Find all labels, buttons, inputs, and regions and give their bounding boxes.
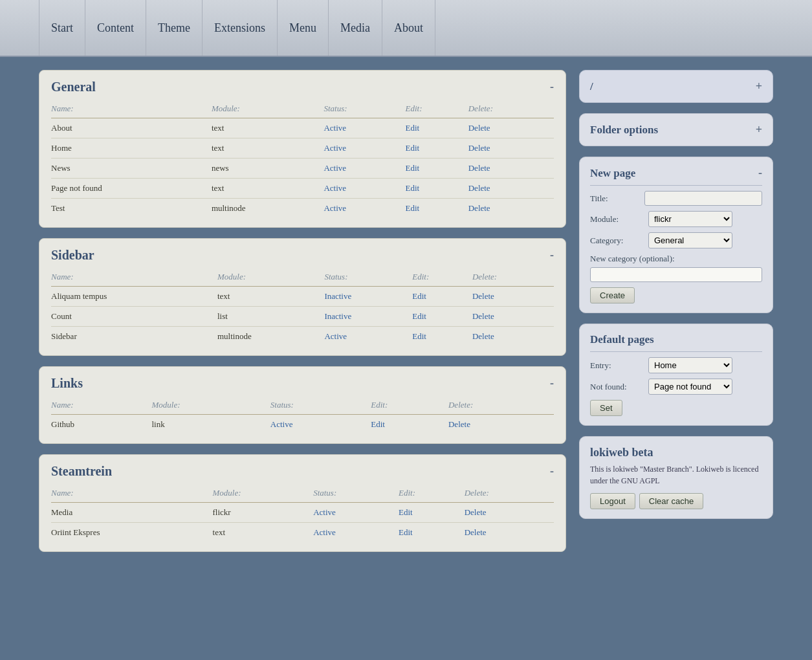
edit-link[interactable]: Edit <box>371 419 385 429</box>
create-button[interactable]: Create <box>590 287 635 303</box>
row-delete[interactable]: Delete <box>465 503 554 523</box>
row-delete[interactable]: Delete <box>448 415 554 435</box>
folder-options-title: Folder options <box>590 124 658 137</box>
nav-item-extensions[interactable]: Extensions <box>203 0 278 56</box>
logout-button[interactable]: Logout <box>590 493 635 509</box>
right-column: / + Folder options + New page - Title: M… <box>579 70 773 552</box>
row-name: Page not found <box>51 179 212 199</box>
slash-toggle[interactable]: + <box>756 80 762 93</box>
general-toggle[interactable]: - <box>550 80 554 94</box>
row-edit[interactable]: Edit <box>412 287 472 307</box>
edit-link[interactable]: Edit <box>399 527 413 537</box>
edit-link[interactable]: Edit <box>412 291 426 301</box>
nav-item-theme[interactable]: Theme <box>146 0 203 56</box>
delete-link[interactable]: Delete <box>472 311 494 321</box>
set-button[interactable]: Set <box>590 400 622 416</box>
default-pages-header: Default pages <box>590 333 762 346</box>
folder-options-toggle[interactable]: + <box>756 123 762 137</box>
row-edit[interactable]: Edit <box>399 503 465 523</box>
row-delete[interactable]: Delete <box>468 118 554 138</box>
edit-link[interactable]: Edit <box>406 163 420 173</box>
steamtrein-table: Name: Module: Status: Edit: Delete: Medi… <box>51 485 554 542</box>
not-found-select[interactable]: Page not found Home About <box>648 379 732 395</box>
links-col-name: Name: <box>51 397 151 415</box>
row-delete[interactable]: Delete <box>472 287 554 307</box>
row-name: News <box>51 159 212 179</box>
delete-link[interactable]: Delete <box>468 143 490 153</box>
row-edit[interactable]: Edit <box>406 199 468 219</box>
row-delete[interactable]: Delete <box>468 199 554 219</box>
row-edit[interactable]: Edit <box>406 118 468 138</box>
general-col-delete: Delete: <box>468 101 554 118</box>
edit-link[interactable]: Edit <box>406 203 420 213</box>
steamtrein-col-delete: Delete: <box>465 485 554 503</box>
row-edit[interactable]: Edit <box>412 327 472 347</box>
links-card-header: Links - <box>51 376 554 391</box>
row-edit[interactable]: Edit <box>371 415 448 435</box>
row-module: text <box>217 287 324 307</box>
new-page-toggle[interactable]: - <box>758 166 762 180</box>
nav-item-about[interactable]: About <box>382 0 435 56</box>
row-delete[interactable]: Delete <box>468 159 554 179</box>
table-row: Page not found text Active Edit Delete <box>51 179 554 199</box>
row-delete[interactable]: Delete <box>468 138 554 159</box>
table-row: Sidebar multinode Active Edit Delete <box>51 327 554 347</box>
edit-link[interactable]: Edit <box>406 123 420 133</box>
lokiweb-buttons: Logout Clear cache <box>590 493 762 509</box>
nav-item-content[interactable]: Content <box>85 0 146 56</box>
title-input[interactable] <box>644 191 762 206</box>
category-select[interactable]: General Sidebar Links Steamtrein <box>648 232 732 248</box>
row-delete[interactable]: Delete <box>472 307 554 327</box>
edit-link[interactable]: Edit <box>406 183 420 193</box>
new-category-section: New category (optional): <box>590 254 762 287</box>
table-row: About text Active Edit Delete <box>51 118 554 138</box>
row-edit[interactable]: Edit <box>399 523 465 543</box>
entry-select[interactable]: Home About News Test <box>648 357 732 373</box>
row-status: Active <box>324 118 405 138</box>
delete-link[interactable]: Delete <box>472 291 494 301</box>
table-row: Test multinode Active Edit Delete <box>51 199 554 219</box>
links-title: Links <box>51 376 83 391</box>
links-toggle[interactable]: - <box>550 377 554 390</box>
delete-link[interactable]: Delete <box>472 331 494 341</box>
general-card: General - Name: Module: Status: Edit: De… <box>39 70 566 228</box>
new-category-input[interactable] <box>590 267 762 282</box>
row-name: Media <box>51 503 213 523</box>
delete-link[interactable]: Delete <box>448 419 470 429</box>
new-page-title: New page <box>590 167 635 180</box>
delete-link[interactable]: Delete <box>465 527 487 537</box>
row-edit[interactable]: Edit <box>406 159 468 179</box>
delete-link[interactable]: Delete <box>468 163 490 173</box>
row-edit[interactable]: Edit <box>406 179 468 199</box>
row-status: Active <box>324 199 405 219</box>
edit-link[interactable]: Edit <box>412 331 426 341</box>
delete-link[interactable]: Delete <box>465 507 487 517</box>
new-page-header: New page - <box>590 166 762 180</box>
sidebar-toggle[interactable]: - <box>550 248 554 262</box>
table-row: Aliquam tempus text Inactive Edit Delete <box>51 287 554 307</box>
delete-link[interactable]: Delete <box>468 183 490 193</box>
row-status: Active <box>324 159 405 179</box>
table-row: Media flickr Active Edit Delete <box>51 503 554 523</box>
nav-item-start[interactable]: Start <box>39 0 85 56</box>
sidebar-card-header: Sidebar - <box>51 248 554 263</box>
steamtrein-table-header: Name: Module: Status: Edit: Delete: <box>51 485 554 503</box>
nav-item-menu[interactable]: Menu <box>278 0 329 56</box>
row-edit[interactable]: Edit <box>412 307 472 327</box>
module-select[interactable]: flickr text news multinode list link <box>648 211 732 227</box>
delete-link[interactable]: Delete <box>468 203 490 213</box>
edit-link[interactable]: Edit <box>399 507 413 517</box>
row-delete[interactable]: Delete <box>472 327 554 347</box>
row-edit[interactable]: Edit <box>406 138 468 159</box>
lokiweb-description: This is lokiweb "Master Branch". Lokiweb… <box>590 463 762 487</box>
edit-link[interactable]: Edit <box>406 143 420 153</box>
delete-link[interactable]: Delete <box>468 123 490 133</box>
nav-item-media[interactable]: Media <box>329 0 382 56</box>
edit-link[interactable]: Edit <box>412 311 426 321</box>
row-status: Inactive <box>324 307 412 327</box>
new-page-module-row: Module: flickr text news multinode list … <box>590 211 762 227</box>
row-delete[interactable]: Delete <box>468 179 554 199</box>
clear-cache-button[interactable]: Clear cache <box>639 493 703 509</box>
row-delete[interactable]: Delete <box>465 523 554 543</box>
steamtrein-toggle[interactable]: - <box>550 465 554 478</box>
